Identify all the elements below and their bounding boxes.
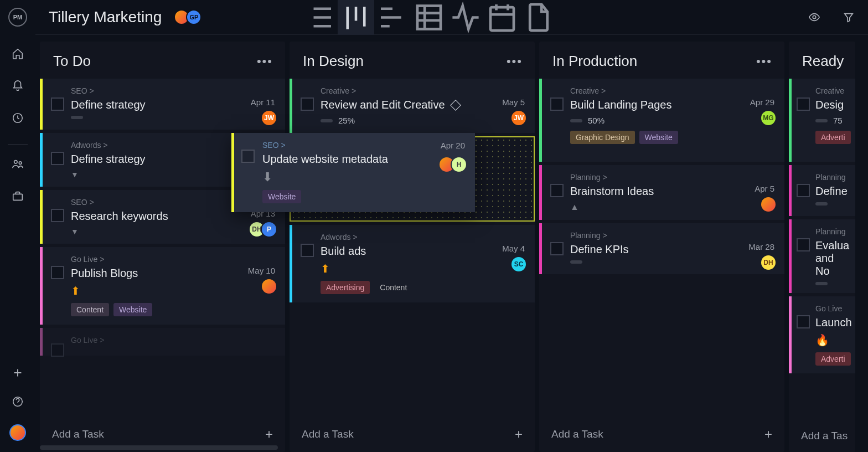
assignee-avatar[interactable]: MG	[760, 110, 777, 126]
help-icon[interactable]	[12, 396, 24, 408]
column-title: In Design	[303, 53, 364, 70]
assignee-avatar[interactable]: H	[451, 156, 467, 173]
task-checkbox[interactable]	[550, 184, 564, 197]
task-card[interactable]: Go Live Launch 🔥 Adverti	[789, 296, 855, 373]
task-checkbox[interactable]	[51, 266, 64, 279]
app-logo[interactable]: PM	[8, 8, 27, 27]
dragging-task-card[interactable]: SEO > Update website metadata ⬇ Website …	[231, 133, 475, 212]
tag[interactable]: Website	[639, 131, 678, 144]
task-title: Desig	[815, 99, 845, 111]
card-stripe	[40, 133, 43, 187]
people-icon[interactable]	[12, 158, 24, 170]
task-category: Creative >	[321, 86, 525, 95]
add-task-button[interactable]: Add a Task +	[290, 417, 535, 452]
svg-point-2	[19, 162, 22, 165]
card-stripe	[40, 247, 43, 325]
bell-icon[interactable]	[12, 80, 24, 92]
eye-icon[interactable]	[808, 11, 820, 23]
home-icon[interactable]	[12, 48, 24, 60]
task-date: Apr 11	[251, 97, 275, 107]
project-title: Tillery Marketing	[49, 8, 162, 26]
plus-icon: +	[764, 427, 772, 442]
column-menu-icon[interactable]: •••	[756, 54, 772, 69]
tag[interactable]: Graphic Design	[570, 131, 635, 144]
add-icon[interactable]	[12, 367, 24, 379]
task-checkbox[interactable]	[797, 184, 810, 197]
tag[interactable]: Content	[71, 303, 109, 316]
add-task-button[interactable]: Add a Task +	[539, 417, 784, 452]
progress-indicator	[71, 116, 83, 119]
task-date: Mar 28	[748, 242, 774, 251]
tag[interactable]: Advertising	[321, 281, 370, 294]
task-checkbox[interactable]	[550, 242, 564, 255]
assignee-avatar[interactable]: DH	[760, 254, 777, 271]
activity-view-tab[interactable]	[447, 0, 484, 35]
task-card[interactable]: Adwords > Build ads ⬆ Advertising Conten…	[290, 225, 535, 302]
column-menu-icon[interactable]: •••	[507, 54, 523, 69]
task-card[interactable]: Creative Desig 75 Adverti	[789, 79, 855, 162]
user-avatar[interactable]	[9, 424, 26, 441]
gantt-view-tab[interactable]	[374, 0, 411, 35]
task-title: Review and Edit Creative	[321, 99, 525, 111]
task-card[interactable]: Go Live >	[40, 328, 285, 356]
card-stripe	[290, 225, 292, 302]
add-task-label: Add a Task	[302, 428, 354, 440]
add-task-button[interactable]: Add a Tas	[789, 420, 855, 452]
task-category: Planning >	[570, 173, 774, 182]
task-checkbox[interactable]	[301, 97, 314, 111]
task-checkbox[interactable]	[797, 97, 810, 111]
horizontal-scrollbar[interactable]	[40, 445, 278, 450]
tag[interactable]: Adverti	[815, 352, 851, 366]
assignee-avatar[interactable]	[760, 196, 777, 213]
task-card[interactable]: Go Live > Publish Blogs ⬆ Content Websit…	[40, 247, 285, 325]
task-checkbox[interactable]	[797, 238, 810, 251]
kanban-board: To Do ••• SEO > Define strategy Apr 11 J…	[35, 35, 868, 452]
task-card[interactable]: Planning > Define KPIs Mar 28 DH	[539, 223, 784, 274]
task-card[interactable]: Creative > Review and Edit Creative 25% …	[290, 79, 535, 133]
task-card[interactable]: Planning > Brainstorm Ideas ▲ Apr 5	[539, 165, 784, 220]
task-checkbox[interactable]	[797, 315, 810, 328]
task-checkbox[interactable]	[301, 244, 314, 257]
sidebar-divider	[8, 144, 28, 145]
assignee-avatar[interactable]: P	[261, 221, 277, 238]
sheet-view-tab[interactable]	[411, 0, 447, 35]
progress-indicator	[815, 282, 828, 285]
card-stripe	[231, 133, 234, 212]
tag[interactable]: Content	[374, 281, 412, 294]
calendar-view-tab[interactable]	[484, 0, 520, 35]
task-checkbox[interactable]	[51, 152, 64, 165]
briefcase-icon[interactable]	[12, 190, 24, 202]
assignee-avatar[interactable]	[261, 278, 277, 295]
task-checkbox[interactable]	[51, 209, 64, 222]
task-category: SEO >	[71, 86, 275, 95]
task-card[interactable]: Planning Define	[789, 165, 855, 216]
svg-rect-5	[417, 6, 441, 29]
clock-icon[interactable]	[12, 112, 24, 124]
task-checkbox[interactable]	[51, 343, 64, 357]
filter-icon[interactable]	[843, 11, 855, 23]
task-title: Update website metadata	[262, 153, 465, 166]
column-menu-icon[interactable]: •••	[257, 54, 273, 69]
chevron-down-icon: ▼	[71, 170, 79, 179]
progress-indicator	[321, 119, 333, 122]
task-card[interactable]: Planning Evalua and No	[789, 219, 855, 293]
board-view-tab[interactable]	[338, 0, 374, 35]
task-checkbox[interactable]	[51, 97, 64, 111]
tag[interactable]: Adverti	[815, 131, 851, 144]
project-members[interactable]: GP	[174, 9, 202, 25]
assignee-avatar[interactable]: JW	[261, 110, 277, 126]
task-checkbox[interactable]	[550, 97, 564, 111]
task-date: Apr 5	[755, 184, 774, 193]
task-date: May 10	[248, 266, 275, 275]
tag[interactable]: Website	[262, 190, 301, 203]
task-card[interactable]: SEO > Define strategy Apr 11 JW	[40, 79, 285, 130]
task-card[interactable]: Creative > Build Landing Pages 50% Graph…	[539, 79, 784, 162]
tag[interactable]: Website	[113, 303, 152, 316]
list-view-tab[interactable]	[301, 0, 338, 35]
file-view-tab[interactable]	[520, 0, 557, 35]
member-avatar[interactable]: GP	[186, 9, 202, 25]
assignee-avatar[interactable]: SC	[510, 256, 527, 273]
priority-up-gray-icon: ▲	[570, 202, 579, 212]
task-checkbox[interactable]	[241, 150, 255, 163]
assignee-avatar[interactable]: JW	[510, 110, 527, 126]
